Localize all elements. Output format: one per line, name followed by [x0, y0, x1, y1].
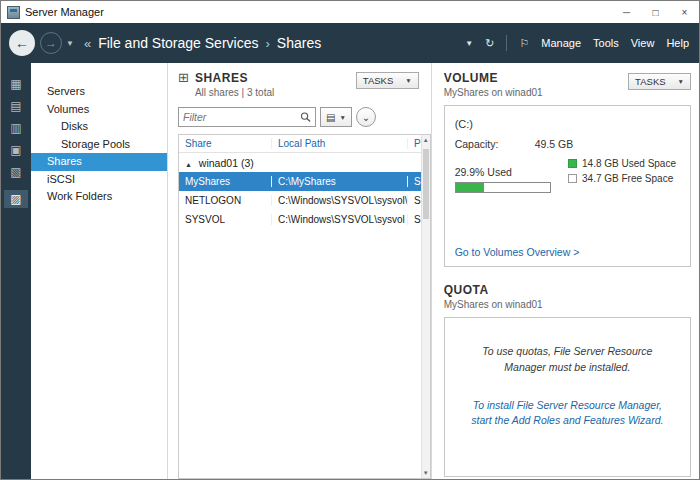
- volume-subtitle: MyShares on winad01: [444, 87, 543, 98]
- sidebar-item-iscsi[interactable]: iSCSI: [31, 171, 167, 189]
- go-to-volumes-link[interactable]: Go to Volumes Overview >: [455, 246, 580, 258]
- quota-title: QUOTA: [444, 283, 543, 297]
- sidebar-item-servers[interactable]: Servers: [31, 83, 167, 101]
- shares-list: Share Local Path P ▲ winad01 (3) MyShare…: [178, 134, 421, 479]
- list-view-icon: ▤: [326, 112, 335, 123]
- window-title: Server Manager: [25, 6, 612, 18]
- server-manager-icon[interactable]: [7, 6, 20, 19]
- collapse-groups-button[interactable]: ⌄: [356, 107, 376, 127]
- shares-panel-icon: ⊞: [178, 71, 189, 85]
- used-space-swatch: [568, 159, 577, 168]
- notifications-dropdown-icon[interactable]: ▼: [465, 39, 473, 48]
- shares-subtitle: All shares | 3 total: [195, 87, 274, 98]
- column-header-share[interactable]: Share: [179, 138, 271, 149]
- navbar-divider: [506, 35, 507, 51]
- volume-title: VOLUME: [444, 71, 543, 85]
- sidebar-item-shares[interactable]: Shares: [31, 153, 167, 171]
- install-fsrm-link[interactable]: To install File Server Resource Manager,…: [467, 398, 668, 430]
- capacity-label: Capacity:: [455, 138, 535, 150]
- column-header-local-path[interactable]: Local Path: [271, 138, 407, 149]
- filter-box: [178, 107, 316, 127]
- table-row-myshares[interactable]: MyShares C:\MyShares S: [179, 172, 421, 191]
- used-space-bar: [455, 182, 551, 193]
- shares-table-header: Share Local Path P: [179, 135, 421, 153]
- shares-scrollbar[interactable]: ▲ ▼: [421, 134, 431, 479]
- volume-drive-label: (C:): [455, 118, 680, 130]
- capacity-value: 49.5 GB: [535, 138, 574, 150]
- caret-down-icon: ▼: [339, 114, 345, 121]
- icon-strip: ▦ ▤ ▥ ▣ ▧ ▨: [1, 63, 31, 479]
- shares-title: SHARES: [195, 71, 274, 85]
- refresh-icon[interactable]: ↻: [485, 37, 494, 50]
- close-button[interactable]: ×: [670, 1, 699, 23]
- quota-message: To use quotas, File Server Resource Mana…: [467, 344, 668, 376]
- group-triangle-icon: ▲: [185, 161, 192, 168]
- breadcrumb-separator-icon: ›: [265, 36, 269, 51]
- sidebar: Servers Volumes Disks Storage Pools Shar…: [31, 63, 168, 479]
- menu-view[interactable]: View: [631, 37, 655, 49]
- breadcrumb-root[interactable]: File and Storage Services: [98, 35, 258, 51]
- sidebar-item-work-folders[interactable]: Work Folders: [31, 188, 167, 206]
- sidebar-item-storage-pools[interactable]: Storage Pools: [31, 136, 167, 154]
- breadcrumb: « File and Storage Services › Shares: [84, 35, 321, 51]
- column-header-protocol[interactable]: P: [407, 138, 421, 149]
- maximize-button[interactable]: □: [641, 1, 670, 23]
- menu-help[interactable]: Help: [666, 37, 689, 49]
- file-storage-services-icon[interactable]: ▨: [4, 190, 28, 208]
- forward-button[interactable]: →: [40, 32, 62, 54]
- table-row-sysvol[interactable]: SYSVOL C:\Windows\SYSVOL\sysvol S: [179, 210, 421, 229]
- legend-used-label: 14.8 GB Used Space: [582, 158, 676, 169]
- sidebar-item-volumes[interactable]: Volumes: [31, 101, 167, 119]
- quota-box: To use quotas, File Server Resource Mana…: [444, 317, 691, 477]
- history-dropdown-icon[interactable]: ▼: [66, 39, 74, 48]
- breadcrumb-collapse-icon[interactable]: «: [84, 36, 91, 51]
- shares-panel: ⊞ SHARES All shares | 3 total TASKS ▼: [168, 63, 432, 479]
- volume-tasks-button[interactable]: TASKS ▼: [628, 73, 691, 90]
- local-server-icon[interactable]: ▤: [4, 97, 28, 115]
- minimize-button[interactable]: ─: [612, 1, 641, 23]
- menu-tools[interactable]: Tools: [593, 37, 619, 49]
- sidebar-item-disks[interactable]: Disks: [31, 118, 167, 136]
- menu-manage[interactable]: Manage: [541, 37, 581, 49]
- navbar: ← → ▼ « File and Storage Services › Shar…: [1, 23, 699, 63]
- caret-down-icon: ▼: [678, 78, 684, 85]
- free-space-swatch: [568, 174, 577, 183]
- server-manager-window: Server Manager ─ □ × ← → ▼ « File and St…: [0, 0, 700, 480]
- scroll-down-icon[interactable]: ▼: [422, 470, 430, 476]
- chevron-down-icon: ⌄: [362, 112, 370, 123]
- search-icon[interactable]: [300, 111, 311, 123]
- legend-free-label: 34.7 GB Free Space: [582, 173, 673, 184]
- notifications-flag-icon[interactable]: ⚐: [519, 37, 529, 50]
- all-servers-icon[interactable]: ▥: [4, 119, 28, 137]
- volume-box: (C:) Capacity: 49.5 GB 29.9% Used 14.8 G…: [444, 105, 691, 267]
- ad-ds-icon[interactable]: ▣: [4, 141, 28, 159]
- shares-tasks-button[interactable]: TASKS ▼: [356, 72, 419, 89]
- volume-legend: 14.8 GB Used Space 34.7 GB Free Space: [568, 158, 676, 188]
- dashboard-icon[interactable]: ▦: [4, 75, 28, 93]
- scroll-up-icon[interactable]: ▲: [422, 137, 430, 143]
- titlebar: Server Manager ─ □ ×: [1, 1, 699, 23]
- scrollbar-thumb[interactable]: [423, 149, 429, 219]
- quota-subtitle: MyShares on winad01: [444, 299, 543, 310]
- back-button[interactable]: ←: [9, 30, 35, 56]
- filter-input[interactable]: [183, 111, 300, 123]
- used-bar-fill: [456, 183, 484, 192]
- group-row-winad01[interactable]: ▲ winad01 (3): [179, 153, 421, 172]
- filter-options-button[interactable]: ▤ ▼: [320, 107, 352, 127]
- details-panel: VOLUME MyShares on winad01 TASKS ▼ (C:) …: [432, 63, 699, 479]
- table-row-netlogon[interactable]: NETLOGON C:\Windows\SYSVOL\sysvol\tas.lo…: [179, 191, 421, 210]
- breadcrumb-current[interactable]: Shares: [277, 35, 321, 51]
- dns-icon[interactable]: ▧: [4, 163, 28, 181]
- caret-down-icon: ▼: [405, 77, 411, 84]
